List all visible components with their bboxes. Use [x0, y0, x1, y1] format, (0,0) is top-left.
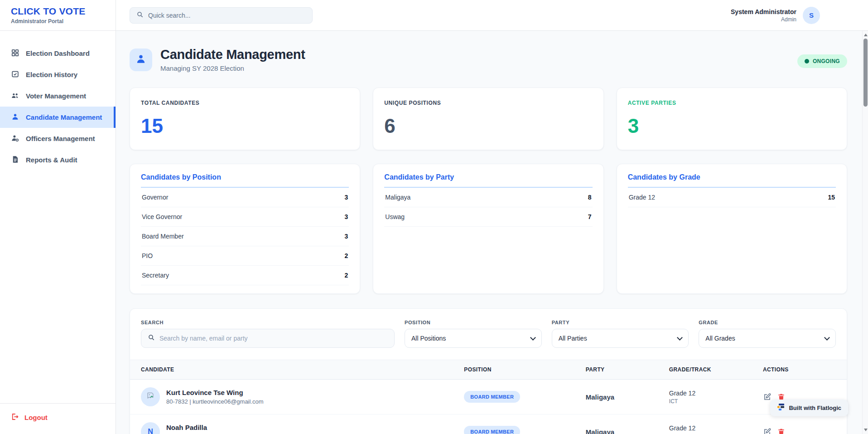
candidates-table: CANDIDATE POSITION PARTY GRADE/TRACK ACT… — [130, 360, 847, 434]
candidate-cell: N Noah Padilla 77-4602 | noahpadilla13@g… — [141, 422, 464, 434]
sidebar-item-election-history[interactable]: Election History — [0, 64, 116, 85]
topbar: System Administrator Admin S — [116, 0, 868, 31]
sidebar-footer: Logout — [0, 403, 116, 434]
officer-person-icon — [11, 134, 19, 144]
stat-card-unique-positions: UNIQUE POSITIONS 6 — [373, 88, 603, 150]
status-badge-label: ONGOING — [813, 58, 840, 64]
candidates-by-party-card: Candidates by Party Maligaya 8 Uswag 7 — [373, 164, 603, 294]
list-item: Uswag 7 — [384, 207, 592, 227]
stat-card-total-candidates: TOTAL CANDIDATES 15 — [130, 88, 360, 150]
actions-cell — [763, 428, 836, 434]
position-badge: BOARD MEMBER — [464, 391, 520, 403]
report-document-icon — [11, 155, 19, 165]
sidebar-item-officers-management[interactable]: Officers Management — [0, 128, 116, 149]
filters-bar: SEARCH POSITION All Positions — [130, 320, 847, 348]
page-subtitle: Managing SY 2028 Election — [160, 64, 305, 72]
stat-label: ACTIVE PARTIES — [628, 100, 836, 106]
filter-grade-group: GRADE All Grades — [699, 320, 836, 348]
list-item: Board Member 3 — [141, 227, 349, 246]
page-header: Candidate Management Managing SY 2028 El… — [130, 47, 847, 72]
card-title: Candidates by Position — [141, 173, 349, 188]
table-row: N Noah Padilla 77-4602 | noahpadilla13@g… — [130, 414, 847, 434]
list-item: Vice Governor 3 — [141, 207, 349, 227]
column-header-position: POSITION — [464, 366, 585, 373]
quick-search-box[interactable] — [130, 7, 313, 24]
grade-track-cell: Grade 12 ICT — [669, 390, 763, 405]
avatar — [141, 387, 160, 406]
avatar: N — [141, 422, 160, 434]
candidate-meta: 80-7832 | kurtleovince06@gmail.com — [166, 398, 264, 405]
brand-subtitle: Administrator Portal — [11, 18, 105, 24]
party-select[interactable]: All Parties — [552, 329, 689, 348]
edit-icon[interactable] — [763, 428, 772, 434]
sidebar-item-election-dashboard[interactable]: Election Dashboard — [0, 43, 116, 64]
row-value: 3 — [345, 213, 348, 220]
scrollbar-thumb[interactable] — [863, 39, 868, 107]
list-item: Secretary 2 — [141, 266, 349, 285]
list-item: PIO 2 — [141, 246, 349, 266]
row-label: Vice Governor — [142, 213, 182, 220]
dashboard-grid-icon — [11, 49, 19, 59]
list-item: Grade 12 15 — [628, 188, 836, 207]
row-value: 7 — [588, 213, 592, 220]
search-icon — [136, 11, 144, 20]
grade-value: Grade 12 — [669, 424, 763, 432]
user-role: Admin — [731, 16, 796, 23]
grade-value: Grade 12 — [669, 390, 763, 397]
brand-title: CLICK TO VOTE — [11, 6, 105, 17]
scrollbar-up-arrow-icon[interactable] — [863, 32, 868, 38]
candidates-panel: SEARCH POSITION All Positions — [130, 308, 847, 434]
candidate-search-box[interactable] — [141, 329, 395, 348]
edit-icon[interactable] — [763, 393, 772, 401]
voters-group-icon — [11, 91, 19, 101]
card-title: Candidates by Party — [384, 173, 592, 188]
position-select[interactable]: All Positions — [405, 329, 542, 348]
candidate-search-input[interactable] — [159, 335, 388, 342]
user-avatar[interactable]: S — [803, 7, 820, 24]
row-value: 8 — [588, 194, 592, 201]
sidebar: CLICK TO VOTE Administrator Portal Elect… — [0, 0, 116, 434]
list-item: Governor 3 — [141, 188, 349, 207]
column-header-actions: ACTIONS — [763, 366, 836, 373]
row-label: Uswag — [385, 213, 405, 220]
column-header-candidate: CANDIDATE — [141, 366, 464, 373]
card-title: Candidates by Grade — [628, 173, 836, 188]
position-label: POSITION — [405, 320, 542, 325]
sidebar-item-label: Election Dashboard — [26, 49, 90, 57]
stat-value: 15 — [141, 116, 349, 136]
grade-select[interactable]: All Grades — [699, 329, 836, 348]
scrollbar-down-arrow-icon[interactable] — [863, 427, 868, 433]
sidebar-item-reports-audit[interactable]: Reports & Audit — [0, 149, 116, 171]
grade-label: GRADE — [699, 320, 836, 325]
row-value: 3 — [345, 233, 348, 240]
position-badge: BOARD MEMBER — [464, 426, 520, 434]
candidate-name: Kurt Leovince Tse Wing — [166, 389, 264, 396]
candidate-person-icon — [135, 53, 147, 67]
delete-icon[interactable] — [777, 428, 786, 434]
distribution-grid: Candidates by Position Governor 3 Vice G… — [130, 164, 847, 294]
row-value: 15 — [828, 194, 835, 201]
quick-search-input[interactable] — [148, 12, 306, 19]
brand: CLICK TO VOTE Administrator Portal — [0, 0, 116, 31]
logout-label: Logout — [24, 414, 48, 421]
built-with-flatlogic-badge[interactable]: Built with Flatlogic — [770, 400, 848, 416]
sidebar-item-voter-management[interactable]: Voter Management — [0, 85, 116, 107]
sidebar-item-candidate-management[interactable]: Candidate Management — [0, 107, 116, 128]
row-label: Board Member — [142, 233, 184, 240]
page-content: Candidate Management Managing SY 2028 El… — [116, 31, 868, 434]
filter-search-group: SEARCH — [141, 320, 395, 348]
status-badge: ONGOING — [797, 54, 847, 68]
vertical-scrollbar[interactable] — [862, 31, 868, 434]
row-label: Governor — [142, 194, 168, 201]
logout-button[interactable]: Logout — [11, 413, 105, 422]
column-header-party: PARTY — [586, 366, 669, 373]
stat-label: UNIQUE POSITIONS — [384, 100, 592, 106]
ballot-history-icon — [11, 70, 19, 80]
sidebar-nav: Election Dashboard Election History Vote… — [0, 31, 116, 403]
sidebar-item-label: Candidate Management — [26, 113, 102, 121]
row-label: Maligaya — [385, 194, 410, 201]
candidate-name: Noah Padilla — [166, 424, 262, 431]
page-title: Candidate Management — [160, 47, 305, 62]
table-header: CANDIDATE POSITION PARTY GRADE/TRACK ACT… — [130, 360, 847, 380]
broken-image-icon — [146, 391, 155, 402]
